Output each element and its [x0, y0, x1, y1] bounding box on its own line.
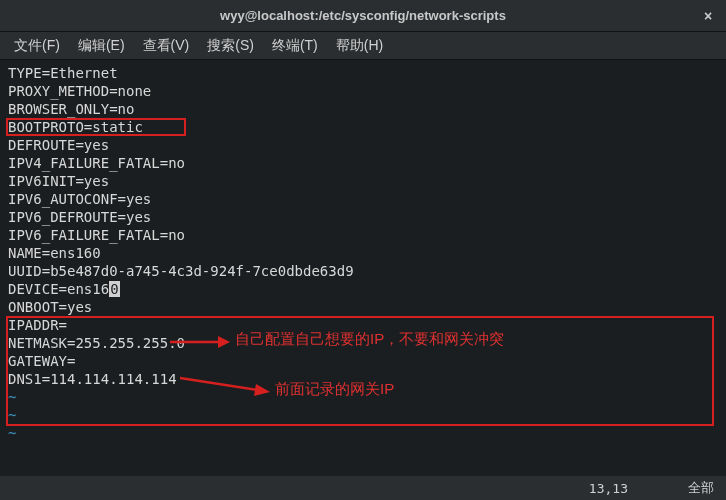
config-line: IPV6_AUTOCONF=yes: [8, 190, 718, 208]
config-line: UUID=b5e487d0-a745-4c3d-924f-7ce0dbde63d…: [8, 262, 718, 280]
close-icon[interactable]: ×: [698, 6, 718, 26]
title-bar: wyy@localhost:/etc/sysconfig/network-scr…: [0, 0, 726, 32]
menu-bar: 文件(F) 编辑(E) 查看(V) 搜索(S) 终端(T) 帮助(H): [0, 32, 726, 60]
config-line: IPADDR=: [8, 316, 718, 334]
menu-help[interactable]: 帮助(H): [330, 35, 389, 57]
config-line: DNS1=114.114.114.114: [8, 370, 718, 388]
menu-terminal[interactable]: 终端(T): [266, 35, 324, 57]
cursor-position: 13,13: [589, 481, 628, 496]
config-line: BROWSER_ONLY=no: [8, 100, 718, 118]
config-line: BOOTPROTO=static: [8, 118, 718, 136]
config-line-cursor: DEVICE=ens160: [8, 280, 718, 298]
redacted-ip: [67, 319, 147, 333]
menu-search[interactable]: 搜索(S): [201, 35, 260, 57]
redacted-gateway: [75, 355, 155, 369]
config-line: DEFROUTE=yes: [8, 136, 718, 154]
window-title: wyy@localhost:/etc/sysconfig/network-scr…: [48, 8, 678, 23]
menu-file[interactable]: 文件(F): [8, 35, 66, 57]
scroll-status: 全部: [688, 479, 714, 497]
config-line: IPV6_DEFROUTE=yes: [8, 208, 718, 226]
vim-tilde: ~: [8, 406, 718, 424]
config-line: TYPE=Ethernet: [8, 64, 718, 82]
status-bar: 13,13 全部: [0, 476, 726, 500]
text-cursor: 0: [109, 281, 119, 297]
vim-tilde: ~: [8, 388, 718, 406]
menu-edit[interactable]: 编辑(E): [72, 35, 131, 57]
terminal-content[interactable]: TYPE=Ethernet PROXY_METHOD=none BROWSER_…: [0, 60, 726, 476]
config-line: GATEWAY=: [8, 352, 718, 370]
config-line: IPV6INIT=yes: [8, 172, 718, 190]
config-line: IPV6_FAILURE_FATAL=no: [8, 226, 718, 244]
vim-tilde: ~: [8, 424, 718, 442]
config-line: NAME=ens160: [8, 244, 718, 262]
config-line: PROXY_METHOD=none: [8, 82, 718, 100]
config-line: IPV4_FAILURE_FATAL=no: [8, 154, 718, 172]
config-line: ONBOOT=yes: [8, 298, 718, 316]
config-line: NETMASK=255.255.255.0: [8, 334, 718, 352]
menu-view[interactable]: 查看(V): [137, 35, 196, 57]
